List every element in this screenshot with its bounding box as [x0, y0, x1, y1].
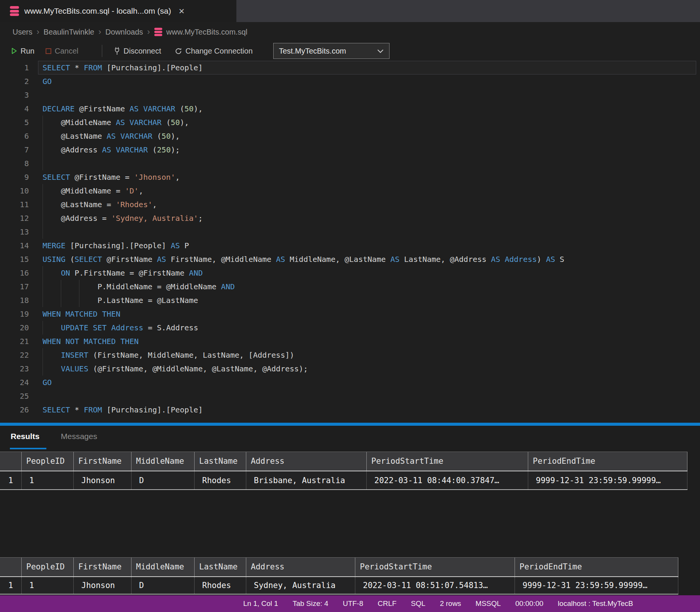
- column-header[interactable]: MiddleName: [131, 452, 195, 471]
- code-line[interactable]: 26SELECT * FROM [Purchasing].[People]: [0, 403, 700, 417]
- grid-cell[interactable]: D: [131, 577, 195, 594]
- status-item[interactable]: Ln 1, Col 1: [243, 599, 278, 608]
- status-item[interactable]: 00:00:00: [515, 599, 543, 608]
- code-line[interactable]: 13: [0, 225, 700, 239]
- status-item[interactable]: SQL: [411, 599, 425, 608]
- run-button[interactable]: Run: [11, 42, 35, 60]
- column-header[interactable]: LastName: [195, 558, 246, 576]
- code-text: @MiddleName AS VARCHAR (50),: [43, 116, 189, 129]
- grid-cell[interactable]: Rhodes: [195, 577, 246, 594]
- column-header[interactable]: FirstName: [74, 452, 131, 471]
- cancel-button[interactable]: Cancel: [46, 42, 78, 60]
- code-line[interactable]: 24GO: [0, 376, 700, 389]
- column-header[interactable]: PeriodEndTime: [528, 452, 687, 471]
- breadcrumb-item[interactable]: BeaulinTwinkle: [44, 28, 94, 36]
- status-item[interactable]: Tab Size: 4: [293, 599, 328, 608]
- row-number-header[interactable]: [0, 452, 22, 471]
- line-number: 11: [0, 198, 29, 211]
- code-line[interactable]: 17 P.MiddleName = @MiddleName AND: [0, 280, 700, 293]
- code-line[interactable]: 4DECLARE @FirstName AS VARCHAR (50),: [0, 102, 700, 116]
- grid-cell[interactable]: Sydney, Australia: [246, 577, 355, 594]
- table-row[interactable]: 11JhonsonDRhodesBrisbane, Australia2022-…: [0, 471, 687, 490]
- grid-cell[interactable]: Rhodes: [195, 471, 246, 489]
- tab-results[interactable]: Results: [11, 432, 40, 441]
- column-header[interactable]: PeopleID: [22, 452, 74, 471]
- code-line[interactable]: 22 INSERT (FirstName, MiddleName, LastNa…: [0, 348, 700, 362]
- code-text: @LastName AS VARCHAR (50),: [43, 129, 180, 143]
- code-line[interactable]: 9SELECT @FirstName = 'Jhonson',: [0, 170, 700, 184]
- grid-cell[interactable]: Jhonson: [74, 577, 131, 594]
- code-line[interactable]: 2GO: [0, 75, 700, 88]
- code-line[interactable]: 18 P.LastName = @LastName: [0, 293, 700, 307]
- column-header[interactable]: FirstName: [74, 558, 131, 576]
- status-item[interactable]: MSSQL: [475, 599, 501, 608]
- row-number-cell[interactable]: 1: [0, 471, 22, 489]
- code-line[interactable]: 8: [0, 157, 700, 170]
- grid-cell[interactable]: Brisbane, Australia: [246, 471, 367, 489]
- code-line[interactable]: 10 @MiddleName = 'D',: [0, 184, 700, 198]
- grid-cell[interactable]: D: [131, 471, 195, 489]
- row-number-header[interactable]: [0, 558, 22, 576]
- code-line[interactable]: 3: [0, 88, 700, 102]
- grid-cell[interactable]: 1: [22, 577, 74, 594]
- code-line[interactable]: 11 @LastName = 'Rhodes',: [0, 198, 700, 211]
- code-line[interactable]: 20 UPDATE SET Address = S.Address: [0, 321, 700, 335]
- code-line[interactable]: 15USING (SELECT @FirstName AS FirstName,…: [0, 252, 700, 266]
- indent-guide: [43, 225, 43, 239]
- status-item[interactable]: 2 rows: [440, 599, 461, 608]
- column-header[interactable]: PeriodStartTime: [355, 558, 515, 576]
- grid-cell[interactable]: 1: [22, 471, 74, 489]
- grid-cell[interactable]: 9999-12-31 23:59:59.99999…: [528, 471, 687, 489]
- column-header[interactable]: Address: [246, 452, 367, 471]
- tab-messages[interactable]: Messages: [61, 432, 97, 441]
- code-editor[interactable]: 1SELECT * FROM [Purchasing].[People]2GO3…: [0, 60, 700, 423]
- code-line[interactable]: 19WHEN MATCHED THEN: [0, 307, 700, 321]
- close-icon[interactable]: ×: [179, 6, 184, 16]
- code-line[interactable]: 1SELECT * FROM [Purchasing].[People]: [0, 61, 700, 75]
- grid-cell[interactable]: Jhonson: [74, 471, 131, 489]
- code-line[interactable]: 25: [0, 389, 700, 403]
- column-header[interactable]: LastName: [195, 452, 246, 471]
- column-header[interactable]: PeriodStartTime: [367, 452, 528, 471]
- breadcrumb-item[interactable]: Downloads: [105, 28, 143, 36]
- code-line[interactable]: 7 @Address AS VARCHAR (250);: [0, 143, 700, 157]
- grid-cell[interactable]: 9999-12-31 23:59:59.99999…: [515, 577, 678, 594]
- change-connection-label: Change Connection: [185, 47, 253, 55]
- code-line[interactable]: 6 @LastName AS VARCHAR (50),: [0, 129, 700, 143]
- column-header[interactable]: PeopleID: [22, 558, 74, 576]
- column-header[interactable]: Address: [246, 558, 355, 576]
- line-number: 21: [0, 335, 29, 348]
- disconnect-label: Disconnect: [124, 47, 161, 55]
- status-item[interactable]: UTF-8: [343, 599, 363, 608]
- breadcrumb: Users › BeaulinTwinkle › Downloads › www…: [0, 22, 700, 42]
- line-number: 17: [0, 280, 29, 293]
- panel-resize-sash[interactable]: [0, 423, 700, 426]
- code-line[interactable]: 5 @MiddleName AS VARCHAR (50),: [0, 116, 700, 129]
- table-row[interactable]: 11JhonsonDRhodesSydney, Australia2022-03…: [0, 577, 678, 595]
- chevron-right-icon: ›: [147, 27, 150, 37]
- code-line[interactable]: 21WHEN NOT MATCHED THEN: [0, 335, 700, 348]
- change-connection-button[interactable]: Change Connection: [175, 42, 253, 60]
- column-header[interactable]: PeriodEndTime: [515, 558, 678, 576]
- editor-tab[interactable]: www.MyTecBits.com.sql - localh...om (sa)…: [0, 0, 236, 22]
- code-text: USING (SELECT @FirstName AS FirstName, @…: [43, 252, 564, 266]
- code-line[interactable]: 16 ON P.FirstName = @FirstName AND: [0, 266, 700, 280]
- status-item[interactable]: CRLF: [378, 599, 397, 608]
- line-number: 2: [0, 75, 29, 88]
- code-text: @LastName = 'Rhodes',: [43, 198, 157, 211]
- breadcrumb-item[interactable]: Users: [13, 28, 32, 36]
- status-item[interactable]: localhost : Test.MyTecB: [558, 599, 633, 608]
- code-line[interactable]: 23 VALUES (@FirstName, @MiddleName, @Las…: [0, 362, 700, 376]
- breadcrumb-file[interactable]: www.MyTecBits.com.sql: [166, 28, 247, 36]
- result-grid-1: PeopleIDFirstNameMiddleNameLastNameAddre…: [0, 452, 687, 490]
- row-number-cell[interactable]: 1: [0, 577, 22, 594]
- connection-dropdown[interactable]: Test.MyTecBits.com: [273, 43, 390, 59]
- code-text: MERGE [Purchasing].[People] AS P: [43, 239, 189, 252]
- code-line[interactable]: 12 @Address = 'Sydney, Australia';: [0, 211, 700, 225]
- column-header[interactable]: MiddleName: [131, 558, 195, 576]
- grid-cell[interactable]: 2022-03-11 08:44:00.37847…: [367, 471, 528, 489]
- disconnect-button[interactable]: Disconnect: [114, 42, 161, 60]
- grid-cell[interactable]: 2022-03-11 08:51:07.54813…: [355, 577, 515, 594]
- code-line[interactable]: 14MERGE [Purchasing].[People] AS P: [0, 239, 700, 252]
- code-text: P.MiddleName = @MiddleName AND: [43, 280, 235, 293]
